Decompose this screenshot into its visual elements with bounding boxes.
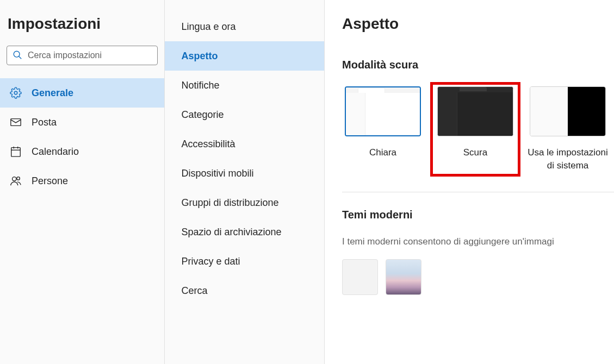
subnav-label: Accessibilità [181,139,235,150]
sidebar-item-label: Posta [32,117,57,128]
mode-preview-dark [437,86,513,136]
subnav-label: Notifiche [181,80,219,91]
svg-rect-4 [11,148,21,157]
settings-title: Impostazioni [0,15,164,46]
mode-option-system[interactable]: Usa le impostazioni di sistema [527,86,609,172]
subnav-item-spazio[interactable]: Spazio di archiviazione [165,217,324,247]
sidebar-item-label: Persone [32,175,68,187]
subnav-label: Cerca [181,285,207,297]
mode-preview-system [530,86,606,136]
subnav-item-categorie[interactable]: Categorie [165,100,324,129]
subnav-label: Lingua e ora [181,21,235,33]
subnav-label: Categorie [181,109,224,121]
themes-row [342,259,614,295]
mode-label: Usa le impostazioni di sistema [528,146,607,172]
subnav-item-lingua[interactable]: Lingua e ora [165,12,324,41]
mode-label: Scura [463,146,487,159]
search-box[interactable] [7,46,158,65]
subnav-label: Aspetto [181,51,218,62]
subnav-item-notifiche[interactable]: Notifiche [165,71,324,100]
themes-section-title: Temi moderni [342,209,614,221]
gear-icon [10,87,22,99]
subnav-item-cerca[interactable]: Cerca [165,276,324,305]
subnav-item-aspetto[interactable]: Aspetto [165,41,324,71]
subnav-item-gruppi[interactable]: Gruppi di distribuzione [165,188,324,217]
people-icon [10,175,22,187]
theme-tile-mountain[interactable] [386,259,421,295]
calendar-icon [10,146,22,158]
svg-point-14 [13,177,16,181]
mode-option-light[interactable]: Chiara [342,86,424,172]
search-icon [13,50,22,61]
sidebar-item-posta[interactable]: Posta [0,108,164,137]
mail-icon [10,116,22,128]
svg-point-15 [17,177,20,180]
subnav-item-privacy[interactable]: Privacy e dati [165,247,324,276]
subnav-label: Privacy e dati [181,256,240,267]
sidebar-item-generale[interactable]: Generale [0,78,164,108]
theme-tile-default[interactable] [342,259,378,295]
dark-mode-options: Chiara Scura Usa le impostazioni di sist… [342,86,614,192]
subnav-label: Gruppi di distribuzione [181,197,278,209]
svg-point-0 [14,51,20,57]
svg-rect-3 [11,119,21,126]
svg-point-2 [14,91,17,95]
dark-mode-section-title: Modalità scura [342,59,614,71]
sidebar-item-calendario[interactable]: Calendario [0,137,164,166]
subnav-item-dispositivi[interactable]: Dispositivi mobili [165,159,324,188]
subnav-label: Dispositivi mobili [181,168,253,179]
mode-option-dark[interactable]: Scura [435,86,516,172]
subnav-label: Spazio di archiviazione [181,227,281,238]
page-title: Aspetto [342,15,614,33]
search-input[interactable] [28,51,152,60]
themes-description: I temi moderni consentono di aggiungere … [342,236,614,247]
mode-preview-light [345,86,421,136]
sidebar-item-persone[interactable]: Persone [0,166,164,196]
subnav-item-accessibilita[interactable]: Accessibilità [165,129,324,159]
sidebar-item-label: Calendario [32,146,79,158]
mode-label: Chiara [369,146,396,159]
sidebar-item-label: Generale [32,87,73,99]
svg-line-1 [19,56,22,59]
